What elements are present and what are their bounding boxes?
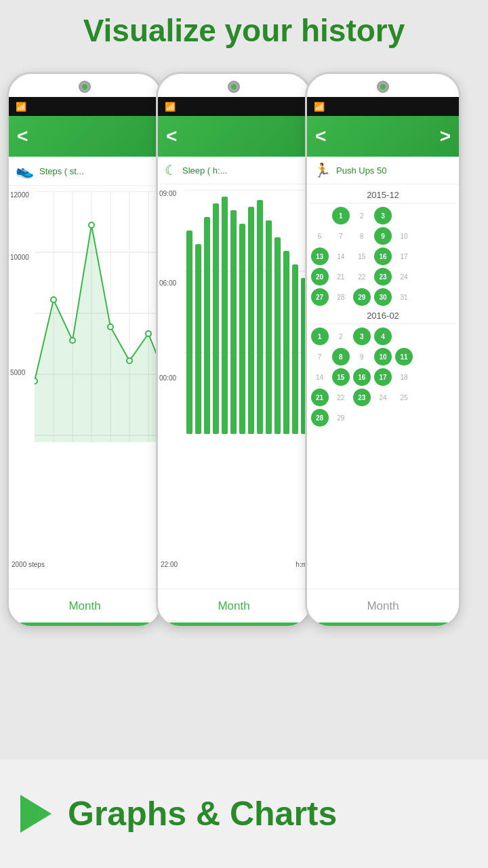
cal-month-feb: 2016-02 — [310, 311, 456, 324]
back-arrow-pushups[interactable]: < — [315, 127, 326, 146]
cal-cell: 23 — [374, 268, 392, 285]
cal-cell: 13 — [311, 248, 329, 265]
cal-cell: 17 — [395, 248, 413, 265]
cal-cell: 29 — [332, 409, 350, 427]
svg-point-16 — [108, 324, 113, 330]
app-header-sleep: < — [158, 116, 310, 157]
cal-cell — [374, 409, 392, 427]
cal-cell: 20 — [311, 268, 329, 285]
wifi-icon-steps: 📶 — [16, 102, 26, 112]
header: Visualize your history — [0, 0, 488, 58]
svg-rect-34 — [274, 237, 281, 434]
month-footer-steps[interactable]: Month — [9, 589, 161, 623]
y-label-12000: 12000 — [10, 191, 29, 199]
cal-cell — [437, 389, 455, 406]
cal-cell — [416, 288, 434, 306]
cal-cell: 22 — [353, 268, 371, 285]
cal-cell: 21 — [332, 268, 350, 285]
cal-cell: 2 — [332, 328, 350, 345]
phone-pushups: 📶 < > 🏃 Push Ups 50 2015-12 1 2 — [305, 72, 461, 628]
cal-cell — [395, 328, 413, 345]
month-footer-pushups[interactable]: Month — [307, 589, 459, 623]
steps-chart-container: 12000 10000 5000 — [9, 186, 161, 626]
y-label-0000: 00:00 — [159, 374, 176, 382]
cal-cell — [437, 288, 455, 306]
pushups-icon: 🏃 — [314, 162, 331, 178]
wifi-icon-sleep: 📶 — [165, 102, 176, 112]
back-arrow-sleep[interactable]: < — [166, 127, 177, 146]
bar-chart-svg — [184, 190, 310, 434]
camera-sleep — [228, 81, 240, 93]
sleep-chart-container: 09:00 06:00 00:00 — [158, 184, 310, 626]
month-footer-sleep[interactable]: Month — [158, 589, 310, 623]
cal-cell: 31 — [395, 288, 413, 306]
y-label-0600: 06:00 — [159, 279, 176, 287]
steps-label: Steps ( st... — [39, 166, 84, 176]
svg-point-14 — [70, 338, 75, 343]
cal-cell: 1 — [311, 328, 329, 345]
cal-cell: 16 — [374, 248, 392, 265]
green-bar-sleep — [158, 623, 310, 626]
cal-cell: 16 — [353, 368, 371, 386]
svg-rect-28 — [222, 197, 228, 434]
wifi-icon-pushups: 📶 — [314, 102, 325, 112]
cal-cell: 2 — [353, 207, 371, 224]
svg-rect-26 — [204, 217, 210, 434]
svg-rect-36 — [292, 264, 298, 434]
cal-cell: 23 — [353, 389, 371, 406]
cal-cell — [437, 348, 455, 366]
cal-cell: 18 — [395, 368, 413, 386]
forward-arrow-pushups[interactable]: > — [440, 125, 451, 147]
phones-area: 📶 < 👟 Steps ( st... 12000 10000 5000 — [0, 58, 488, 723]
cal-cell: 30 — [374, 288, 392, 306]
cal-cell: 3 — [374, 207, 392, 224]
cal-cell — [437, 227, 455, 245]
cal-cell: 8 — [353, 227, 371, 245]
cal-cell: 9 — [353, 348, 371, 366]
month-label-steps: Month — [68, 599, 100, 613]
svg-rect-35 — [283, 251, 289, 434]
svg-rect-29 — [230, 210, 237, 434]
svg-rect-27 — [213, 203, 219, 434]
status-bar-pushups: 📶 — [307, 97, 459, 116]
svg-rect-30 — [239, 224, 245, 434]
sleep-label: Sleep ( h:... — [182, 165, 227, 176]
cal-cell: 24 — [374, 389, 392, 406]
cal-cell: 1 — [332, 207, 350, 224]
cal-cell: 8 — [332, 348, 350, 366]
bottom-label-steps: 2000 steps — [12, 561, 45, 568]
header-title: Visualize your history — [83, 13, 405, 48]
cal-cell: 6 — [311, 227, 329, 245]
status-bar-sleep: 📶 — [158, 97, 310, 116]
y-label-10000: 10000 — [10, 254, 29, 261]
green-bar-pushups — [307, 623, 459, 626]
cal-cell — [395, 409, 413, 427]
cal-cell: 9 — [374, 227, 392, 245]
svg-point-18 — [146, 331, 151, 336]
cal-cell: 10 — [395, 227, 413, 245]
steps-icon: 👟 — [16, 162, 34, 180]
cal-cell: 17 — [374, 368, 392, 386]
phone-sleep: 📶 < ☾ Sleep ( h:... 09:00 06:00 00:00 — [156, 72, 312, 628]
phone-steps: 📶 < 👟 Steps ( st... 12000 10000 5000 — [7, 72, 163, 628]
cal-cell — [416, 368, 434, 386]
cal-cell: 25 — [395, 389, 413, 406]
month-label-sleep: Month — [218, 599, 249, 613]
cal-cell — [437, 268, 455, 285]
svg-point-13 — [51, 297, 56, 302]
cal-cell: 11 — [395, 348, 413, 366]
svg-point-12 — [35, 378, 37, 384]
y-label-0900: 09:00 — [159, 190, 176, 197]
cal-cell: 7 — [311, 348, 329, 366]
cal-cell — [395, 207, 413, 224]
y-label-5000: 5000 — [10, 369, 25, 376]
cal-cell — [437, 409, 455, 427]
cal-cell — [437, 328, 455, 345]
back-arrow-steps[interactable]: < — [17, 127, 28, 146]
svg-point-17 — [127, 358, 132, 363]
camera-steps — [79, 81, 91, 93]
svg-rect-24 — [186, 231, 192, 434]
cal-cell: 29 — [353, 288, 371, 306]
cal-month-dec: 2015-12 — [310, 190, 456, 203]
cal-cell — [416, 207, 434, 224]
